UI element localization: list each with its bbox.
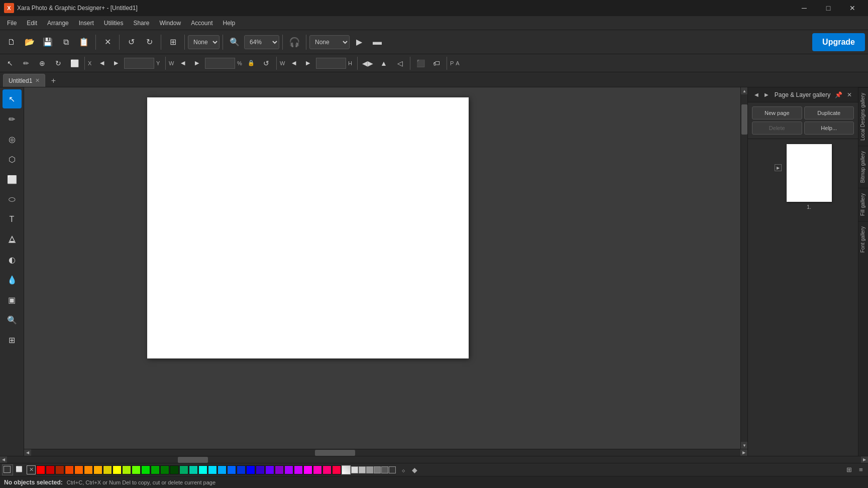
page-thumbnail[interactable] (787, 144, 832, 202)
open-button[interactable]: 📂 (21, 34, 38, 51)
headphones-icon[interactable]: 🎧 (286, 34, 303, 51)
contour-tool[interactable]: ◎ (3, 130, 22, 149)
vertical-scrollbar[interactable]: ▲ ▼ (740, 87, 747, 449)
color-swatch-25[interactable] (275, 465, 284, 474)
reset-size-icon[interactable]: ↺ (259, 56, 273, 70)
scroll-right-arrow[interactable]: ▶ (740, 449, 747, 456)
selector-tool-sm[interactable]: ↖ (3, 56, 17, 70)
tab-untitled1[interactable]: Untitled1 ✕ (3, 74, 45, 87)
blur-tool[interactable]: 💧 (3, 270, 22, 289)
scroll-track-horizontal[interactable] (31, 449, 740, 456)
color-swatch-23[interactable] (256, 465, 265, 474)
color-swatch-29[interactable] (313, 465, 322, 474)
rect-fill-icon[interactable]: ▬ (369, 34, 386, 51)
transform-tool[interactable]: ⊕ (35, 56, 49, 70)
new-page-button[interactable]: New page (752, 106, 802, 119)
fill-tool[interactable] (3, 230, 22, 249)
shadow-tool[interactable]: ▣ (3, 290, 22, 309)
color-swatch-11[interactable] (141, 465, 150, 474)
scroll-left-arrow[interactable]: ◀ (24, 449, 31, 456)
cancel-button[interactable]: ✕ (99, 34, 116, 51)
color-swatch-15[interactable] (179, 465, 188, 474)
color-swatch-4[interactable] (74, 465, 83, 474)
lock-ratio[interactable]: 🔒 (245, 57, 257, 69)
horizontal-scrollbar[interactable]: ◀ ▶ (24, 449, 747, 456)
color-swatch-9[interactable] (122, 465, 131, 474)
color-swatch-28[interactable] (303, 465, 312, 474)
x-field[interactable] (124, 58, 154, 69)
grey-swatch-4[interactable] (374, 466, 381, 473)
color-swatch-3[interactable] (65, 465, 74, 474)
scroll-track-vertical[interactable] (741, 94, 747, 442)
color-swatch-21[interactable] (237, 465, 246, 474)
freehand-tool[interactable]: ✏ (19, 56, 33, 70)
align-status-icon[interactable]: ≡ (856, 465, 866, 475)
selection-box[interactable]: ⬜ (67, 56, 81, 70)
menu-help[interactable]: Help (218, 18, 241, 29)
menu-file[interactable]: File (2, 18, 22, 29)
color-options-icon[interactable]: ◆ (409, 465, 419, 475)
grid-status-icon[interactable]: ⊞ (844, 465, 854, 475)
rotate-tool[interactable]: ↻ (51, 56, 65, 70)
color-swatch-0[interactable] (36, 465, 45, 474)
crop-icon[interactable]: ⬛ (413, 56, 427, 70)
bitmap-gallery-tab[interactable]: Bitmap gallery (858, 146, 868, 188)
menu-edit[interactable]: Edit (22, 18, 42, 29)
color-swatch-5[interactable] (84, 465, 93, 474)
grey-swatch-3[interactable] (366, 466, 373, 473)
arrow-right-icon[interactable]: ▶ (351, 34, 368, 51)
color-swatch-30[interactable] (322, 465, 332, 474)
grey-swatch-2[interactable] (359, 466, 366, 473)
w-increment[interactable]: ▶ (191, 57, 203, 69)
mirror-icon[interactable]: ◁ (393, 56, 407, 70)
color-swatch-17[interactable] (198, 465, 207, 474)
menu-account[interactable]: Account (186, 18, 218, 29)
redo-button[interactable]: ↻ (141, 34, 158, 51)
text-tool[interactable]: T (3, 210, 22, 229)
bevel-tool[interactable]: ⬡ (3, 150, 22, 169)
color-picker-icon[interactable]: ⬦ (398, 465, 408, 475)
zoom-dropdown[interactable]: 64% 50% 100% 200% (244, 35, 279, 49)
undo-button[interactable]: ↺ (123, 34, 140, 51)
maximize-button[interactable]: □ (817, 0, 840, 16)
scroll-down-arrow[interactable]: ▼ (741, 442, 747, 449)
color-swatch-13[interactable] (160, 465, 169, 474)
zoom-tool[interactable]: 🔍 (3, 310, 22, 329)
no-color-swatch[interactable]: ✕ (27, 465, 36, 474)
selector-tool[interactable]: ↖ (3, 89, 22, 108)
ellipse-tool[interactable]: ⬭ (3, 190, 22, 209)
local-designs-tab[interactable]: Local Designs gallery (858, 87, 868, 146)
grid-tool[interactable]: ⊞ (3, 330, 22, 349)
minimize-button[interactable]: ─ (793, 0, 816, 16)
search-icon[interactable]: 🔍 (226, 34, 243, 51)
flip-horizontal-icon[interactable]: ◀▶ (361, 56, 375, 70)
tab-close-icon[interactable]: ✕ (35, 77, 40, 84)
h-field[interactable] (316, 58, 346, 69)
menu-arrange[interactable]: Arrange (42, 18, 74, 29)
panel-scroll-left[interactable]: ◀ (0, 456, 7, 463)
color-swatch-14[interactable] (170, 465, 179, 474)
fill-dropdown[interactable]: None (188, 35, 220, 49)
w-decrement[interactable]: ◀ (177, 57, 189, 69)
w-field[interactable] (205, 58, 235, 69)
page-expand-button[interactable]: ▶ (775, 164, 782, 171)
duplicate-button[interactable]: Duplicate (804, 106, 854, 119)
color-swatch-8[interactable] (113, 465, 122, 474)
fill-color-selector[interactable] (2, 464, 13, 475)
color-swatch-19[interactable] (218, 465, 227, 474)
h-increment[interactable]: ▶ (302, 57, 314, 69)
none-dropdown[interactable]: None (309, 35, 350, 49)
flip-vertical-icon[interactable]: ▲ (377, 56, 391, 70)
color-swatch-6[interactable] (93, 465, 102, 474)
delete-button[interactable]: Delete (752, 121, 802, 135)
color-swatch-12[interactable] (151, 465, 160, 474)
rectangle-tool[interactable]: ⬜ (3, 170, 22, 189)
tab-add-button[interactable]: + (47, 75, 59, 87)
x-increment[interactable]: ▶ (110, 57, 122, 69)
grey-swatch-5[interactable] (381, 466, 388, 473)
color-swatch-1[interactable] (46, 465, 55, 474)
outline-color-selector[interactable]: ⬜ (14, 464, 24, 474)
color-swatch-20[interactable] (227, 465, 236, 474)
panel-scroll-thumb[interactable] (178, 457, 208, 463)
upgrade-button[interactable]: Upgrade (812, 33, 865, 51)
